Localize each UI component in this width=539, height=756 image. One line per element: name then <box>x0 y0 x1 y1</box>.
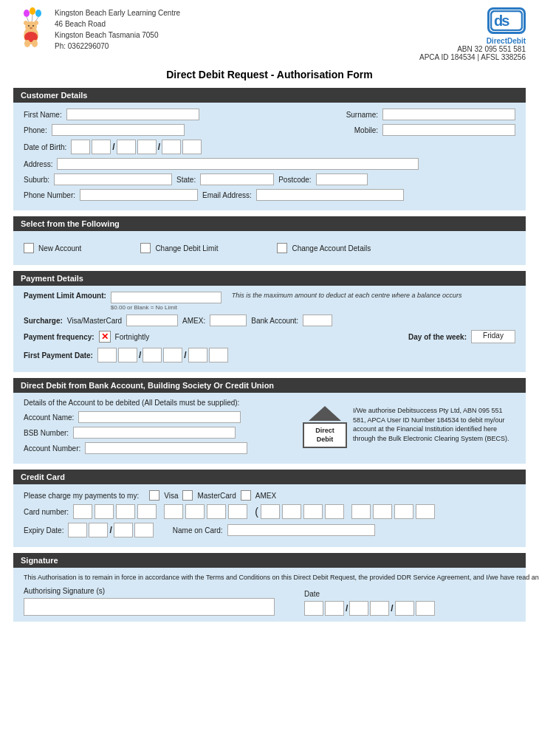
cn-2[interactable] <box>95 504 114 519</box>
cn-10[interactable] <box>282 504 301 519</box>
suburb-row: Suburb: State: Postcode: <box>24 173 515 185</box>
cn-3[interactable] <box>116 504 135 519</box>
cn-16[interactable] <box>416 504 435 519</box>
cn-14[interactable] <box>373 504 392 519</box>
freq-row: Payment frequency: ✕ Fortnightly Day of … <box>24 330 515 343</box>
suburb-input[interactable] <box>54 173 172 185</box>
cn-9[interactable] <box>261 504 280 519</box>
dob-yy1[interactable] <box>162 140 181 154</box>
select-section: Select from the Following New Account Ch… <box>13 216 526 265</box>
dob-yy2[interactable] <box>182 140 202 154</box>
select-section-header: Select from the Following <box>13 216 526 231</box>
change-limit-checkbox[interactable] <box>140 243 151 253</box>
cn-7[interactable] <box>207 504 226 519</box>
account-number-input[interactable] <box>85 442 247 454</box>
bank-content: Details of the Account to be debited (Al… <box>24 399 515 458</box>
signature-section: Signature This Authorisation is to remai… <box>13 553 526 622</box>
account-number-label: Account Number: <box>24 444 80 453</box>
phone-row: Phone: Mobile: <box>24 124 515 136</box>
dob-date-group: / / <box>71 140 202 154</box>
customer-details-section: Customer Details First Name: Surname: Ph… <box>13 88 526 210</box>
exp-y2[interactable] <box>134 523 154 537</box>
address-label: Address: <box>24 160 52 168</box>
signature-section-body: This Authorisation is to remain in force… <box>13 568 526 622</box>
payment-section-header: Payment Details <box>13 271 526 286</box>
address-line1: 46 Beach Road <box>55 18 180 30</box>
dob-mm2[interactable] <box>137 140 157 154</box>
visa-checkbox[interactable] <box>149 490 159 501</box>
cn-13[interactable] <box>351 504 371 519</box>
cn-12[interactable] <box>325 504 344 519</box>
customer-section-body: First Name: Surname: Phone: Mobile: Date… <box>13 103 526 210</box>
cn-15[interactable] <box>394 504 413 519</box>
svg-point-11 <box>32 25 34 27</box>
sig-yy2[interactable] <box>416 601 435 616</box>
sig-dd1[interactable] <box>304 601 323 616</box>
exp-m2[interactable] <box>89 523 108 537</box>
select-section-body: New Account Change Debit Limit Change Ac… <box>13 231 526 265</box>
mastercard-checkbox[interactable] <box>182 490 193 501</box>
surname-input[interactable] <box>382 109 515 120</box>
sig-mm2[interactable] <box>370 601 389 616</box>
payment-limit-row: Payment Limit Amount: $0.00 or Blank = N… <box>24 292 515 311</box>
address-input[interactable] <box>57 158 419 170</box>
expiry-row: Expiry Date: / Name on Card: <box>24 523 515 537</box>
credit-card-body: Please charge my payments to my: Visa Ma… <box>13 484 526 547</box>
fp-yy1[interactable] <box>188 348 207 362</box>
cn-6[interactable] <box>185 504 205 519</box>
signature-box[interactable] <box>24 598 275 616</box>
cn-5[interactable] <box>164 504 183 519</box>
fp-dd1[interactable] <box>97 348 117 362</box>
account-name-label: Account Name: <box>24 413 74 422</box>
day-label: Day of the week: <box>408 333 467 341</box>
sig-dd2[interactable] <box>325 601 344 616</box>
fp-dd2[interactable] <box>118 348 137 362</box>
cn-4[interactable] <box>137 504 157 519</box>
cn-11[interactable] <box>303 504 323 519</box>
exp-y1[interactable] <box>114 523 133 537</box>
change-details-label: Change Account Details <box>292 244 371 252</box>
ds-logo: ds <box>419 7 526 34</box>
dob-mm1[interactable] <box>117 140 136 154</box>
bsb-label: BSB Number: <box>24 429 69 437</box>
change-details-checkbox[interactable] <box>277 243 287 253</box>
bsb-input[interactable] <box>73 427 236 439</box>
phone-number-input[interactable] <box>80 189 198 201</box>
name-on-card-input[interactable] <box>227 524 375 536</box>
state-label: State: <box>176 176 196 184</box>
dob-dd2[interactable] <box>92 140 111 154</box>
account-name-input[interactable] <box>78 411 241 423</box>
sig-date-row: Authorising Signature (s) Date / / <box>24 587 515 616</box>
amex-checkbox[interactable] <box>241 490 251 501</box>
cn-8[interactable] <box>228 504 247 519</box>
exp-m1[interactable] <box>68 523 87 537</box>
cn-1[interactable] <box>73 504 92 519</box>
limit-input[interactable] <box>111 292 222 303</box>
fp-mm2[interactable] <box>163 348 182 362</box>
bank-details-note: Details of the Account to be debited (Al… <box>24 399 295 407</box>
sig-mm1[interactable] <box>349 601 368 616</box>
sig-label: Authorising Signature (s) <box>24 587 275 595</box>
sig-yy1[interactable] <box>395 601 414 616</box>
svg-point-9 <box>34 21 38 25</box>
account-name-row: Account Name: <box>24 411 295 423</box>
phone-input[interactable] <box>52 124 185 136</box>
bank-fields: Details of the Account to be debited (Al… <box>24 399 295 458</box>
freq-checkbox-x[interactable]: ✕ <box>99 331 111 343</box>
new-account-checkbox[interactable] <box>24 243 34 253</box>
state-input[interactable] <box>200 173 274 185</box>
header-left: Kingston Beach Early Learning Centre 46 … <box>13 7 180 52</box>
credit-card-header: Credit Card <box>13 470 526 484</box>
postcode-input[interactable] <box>316 173 368 185</box>
fp-yy2[interactable] <box>209 348 228 362</box>
card-prompt: Please charge my payments to my: <box>24 492 139 500</box>
fp-mm1[interactable] <box>143 348 162 362</box>
mobile-input[interactable] <box>382 124 515 136</box>
email-input[interactable] <box>256 189 404 201</box>
surcharge-visa-input[interactable] <box>126 315 178 326</box>
first-name-input[interactable] <box>66 109 199 120</box>
surcharge-amex-input[interactable] <box>210 315 247 326</box>
dob-dd1[interactable] <box>71 140 90 154</box>
surcharge-bank-input[interactable] <box>303 315 332 326</box>
customer-section-header: Customer Details <box>13 88 526 103</box>
